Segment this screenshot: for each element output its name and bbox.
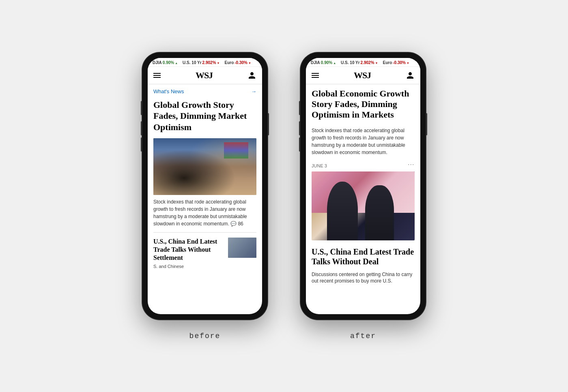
before-phone: DJIA 0.90% U.S. 10 Yr 2.902% Euro -0.30% xyxy=(142,52,268,320)
after-secondary-headline[interactable]: U.S., China End Latest Trade Talks Witho… xyxy=(312,247,415,266)
after-hamburger-line-2 xyxy=(312,75,319,76)
before-secondary-article[interactable]: U.S., China End Latest Trade Talks Witho… xyxy=(153,238,256,270)
hamburger-line-1 xyxy=(153,73,161,74)
after-us10yr-label: U.S. 10 Yr xyxy=(341,60,360,65)
after-wsj-logo: WSJ xyxy=(354,70,371,81)
after-content: Global Economic Growth Story Fades, Dimm… xyxy=(306,84,420,314)
euro-label: Euro xyxy=(224,60,234,65)
us10yr-value: 2.902% xyxy=(202,60,216,65)
djia-label: DJIA xyxy=(153,60,162,65)
after-us10yr-value: 2.902% xyxy=(361,60,374,65)
after-profile-button[interactable] xyxy=(406,71,415,80)
after-more-button[interactable]: ··· xyxy=(408,162,415,168)
after-djia-arrow-icon xyxy=(333,60,336,65)
trading-floor-image xyxy=(153,138,256,195)
profile-icon xyxy=(248,71,256,79)
after-main-description: Stock indexes that rode accelerating glo… xyxy=(312,127,415,156)
after-section: DJIA 0.90% U.S. 10 Yr 2.902% Euro -0.30% xyxy=(300,52,426,340)
after-us10yr-ticker: U.S. 10 Yr 2.902% xyxy=(341,60,378,65)
before-status-bar: DJIA 0.90% U.S. 10 Yr 2.902% Euro -0.30% xyxy=(148,58,262,67)
after-djia-ticker: DJIA 0.90% xyxy=(311,60,336,65)
before-article-description: Stock indexes that rode accelerating glo… xyxy=(153,198,256,227)
euro-arrow-icon xyxy=(248,60,251,65)
profile-button[interactable] xyxy=(247,71,256,80)
us10yr-label: U.S. 10 Yr xyxy=(183,60,202,65)
before-label: before xyxy=(189,332,221,340)
after-us10yr-arrow-icon xyxy=(375,60,378,65)
djia-arrow-icon xyxy=(175,60,178,65)
after-date-row: JUNE 3 ··· xyxy=(312,162,415,168)
china-meeting-image xyxy=(312,171,415,240)
before-comment-icon: 💬 xyxy=(230,221,238,227)
after-secondary-description: Discussions centered on getting China to… xyxy=(312,271,415,285)
before-article-image xyxy=(153,138,256,195)
hamburger-button[interactable] xyxy=(153,73,161,78)
before-secondary-thumb xyxy=(228,238,256,258)
before-secondary-description: S. and Chinese xyxy=(153,263,225,270)
whats-news-label: What's News xyxy=(153,88,184,94)
us10yr-arrow-icon xyxy=(217,60,220,65)
after-main-headline[interactable]: Global Economic Growth Story Fades, Dimm… xyxy=(312,88,415,120)
after-djia-value: 0.90% xyxy=(321,60,332,65)
after-phone: DJIA 0.90% U.S. 10 Yr 2.902% Euro -0.30% xyxy=(300,52,426,320)
before-main-headline[interactable]: Global Growth Story Fades, Dimming Marke… xyxy=(153,99,256,133)
after-euro-arrow-icon xyxy=(407,60,409,65)
after-screen: DJIA 0.90% U.S. 10 Yr 2.902% Euro -0.30% xyxy=(306,58,420,314)
euro-ticker: Euro -0.30% xyxy=(224,60,251,65)
hamburger-line-3 xyxy=(153,77,161,78)
before-secondary-headline: U.S., China End Latest Trade Talks Witho… xyxy=(153,238,225,262)
after-euro-label: Euro xyxy=(383,60,392,65)
after-hamburger-button[interactable] xyxy=(312,73,319,78)
before-divider xyxy=(153,232,256,233)
euro-value: -0.30% xyxy=(235,60,247,65)
whats-news-arrow-icon: → xyxy=(251,88,256,94)
before-nav-bar: WSJ xyxy=(148,67,262,84)
before-content: What's News → Global Growth Story Fades,… xyxy=(148,84,262,314)
before-section: DJIA 0.90% U.S. 10 Yr 2.902% Euro -0.30% xyxy=(142,52,268,340)
after-djia-label: DJIA xyxy=(311,60,320,65)
wsj-logo: WSJ xyxy=(196,70,213,81)
after-article-date: JUNE 3 xyxy=(312,163,327,168)
after-hamburger-line-1 xyxy=(312,73,319,74)
djia-ticker: DJIA 0.90% xyxy=(153,60,178,65)
after-hamburger-line-3 xyxy=(312,77,319,78)
after-nav-bar: WSJ xyxy=(306,67,420,84)
after-status-bar: DJIA 0.90% U.S. 10 Yr 2.902% Euro -0.30% xyxy=(306,58,420,67)
after-article-image xyxy=(312,171,415,240)
djia-value: 0.90% xyxy=(163,60,174,65)
us10yr-ticker: U.S. 10 Yr 2.902% xyxy=(183,60,219,65)
after-euro-ticker: Euro -0.30% xyxy=(383,60,409,65)
after-profile-icon xyxy=(406,71,414,79)
after-label: after xyxy=(350,332,376,340)
page-container: DJIA 0.90% U.S. 10 Yr 2.902% Euro -0.30% xyxy=(0,0,568,392)
hamburger-line-2 xyxy=(153,75,161,76)
whats-news-bar[interactable]: What's News → xyxy=(153,88,256,94)
before-comment-count: 86 xyxy=(238,221,243,227)
before-screen: DJIA 0.90% U.S. 10 Yr 2.902% Euro -0.30% xyxy=(148,58,262,314)
after-euro-value: -0.30% xyxy=(393,60,406,65)
